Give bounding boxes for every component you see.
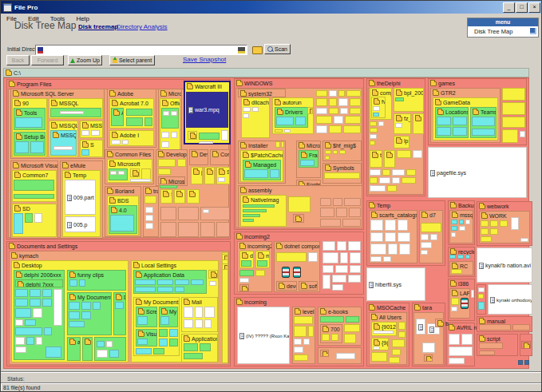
treemap-block[interactable]: [449, 255, 456, 259]
treemap-block[interactable]: [276, 252, 307, 262]
treemap-block[interactable]: [25, 319, 36, 326]
treemap-block[interactable]: [389, 357, 400, 363]
node-lp[interactable]: lp: [394, 136, 409, 148]
treemap-block[interactable]: [276, 117, 294, 125]
treemap-block[interactable]: [243, 219, 254, 222]
treemap-block[interactable]: [346, 90, 361, 97]
treemap-block[interactable]: [69, 321, 85, 327]
scan-button[interactable]: Scan: [264, 44, 291, 54]
node-pc[interactable]: pc: [413, 113, 424, 134]
treemap-block[interactable]: [303, 339, 310, 345]
treemap-block[interactable]: [97, 350, 108, 358]
treemap-block[interactable]: [284, 129, 291, 133]
treemap-block[interactable]: [81, 311, 91, 319]
treemap-block[interactable]: [34, 213, 42, 223]
treemap-block[interactable]: [350, 252, 361, 263]
node-a[interactable]: a: [82, 337, 93, 361]
treemap-block[interactable]: [91, 130, 100, 136]
treemap-block[interactable]: [398, 232, 410, 242]
treemap-block[interactable]: [453, 127, 467, 136]
treemap-block[interactable]: [243, 204, 275, 208]
treemap-block[interactable]: [398, 322, 406, 330]
treemap-block[interactable]: [387, 185, 397, 192]
treemap-block[interactable]: [294, 316, 313, 324]
treemap-block[interactable]: [335, 265, 348, 273]
node-comp[interactable]: Comp: [210, 149, 230, 165]
treemap-block[interactable]: [178, 207, 199, 220]
treemap-block[interactable]: [14, 194, 54, 199]
treemap-block[interactable]: [203, 209, 209, 213]
treemap-block[interactable]: [479, 350, 495, 355]
treemap-block[interactable]: [130, 179, 151, 182]
treemap-block[interactable]: [481, 236, 492, 242]
treemap-block[interactable]: [457, 255, 464, 259]
treemap-block[interactable]: [490, 228, 498, 235]
treemap-block[interactable]: [481, 228, 489, 235]
select-parent-button[interactable]: Select parent: [109, 55, 155, 65]
treemap-block[interactable]: [320, 219, 341, 227]
treemap-block[interactable]: [451, 232, 456, 237]
treemap-block[interactable]: [111, 140, 121, 145]
treemap-block[interactable]: [413, 150, 422, 158]
treemap-block[interactable]: [160, 316, 169, 325]
minimize-button[interactable]: _: [503, 2, 515, 13]
node-p[interactable]: P: [384, 150, 395, 168]
treemap-block[interactable]: [453, 117, 467, 125]
treemap-block[interactable]: [244, 169, 268, 178]
treemap-block[interactable]: [60, 111, 84, 114]
treemap-block[interactable]: [69, 311, 80, 319]
treemap-block[interactable]: [370, 185, 386, 192]
treemap-block[interactable]: [421, 242, 432, 248]
close-button[interactable]: ×: [528, 2, 540, 13]
treemap-block[interactable]: [308, 326, 314, 337]
treemap-block[interactable]: [370, 121, 377, 126]
treemap-block[interactable]: [437, 117, 451, 125]
treemap-block[interactable]: [160, 222, 176, 237]
treemap-block[interactable]: [184, 353, 203, 359]
treemap-block[interactable]: [255, 270, 265, 276]
treemap-block[interactable]: [282, 267, 290, 278]
treemap-block[interactable]: [295, 117, 306, 125]
treemap-block[interactable]: [118, 171, 125, 175]
treemap-block[interactable]: [184, 319, 193, 328]
treemap-block[interactable]: [135, 287, 156, 292]
treemap-block[interactable]: [459, 220, 464, 224]
treemap-block[interactable]: [461, 334, 473, 345]
treemap-block[interactable]: [153, 348, 164, 354]
treemap-block[interactable]: [406, 169, 416, 176]
treemap-block[interactable]: [15, 337, 25, 345]
treemap-block[interactable]: [36, 337, 42, 345]
treemap-block[interactable]: [422, 343, 435, 353]
node-system32[interactable]: system32: [238, 89, 286, 97]
treemap-block[interactable]: [325, 150, 331, 154]
treemap-block[interactable]: [449, 346, 473, 356]
treemap-block[interactable]: [293, 267, 301, 278]
treemap-block[interactable]: [421, 223, 441, 232]
node-kynaki-orthodoxy[interactable]: kynaki orthodoxy: [488, 284, 532, 315]
treemap-block[interactable]: [478, 287, 485, 292]
node-war3-mpq[interactable]: war3.mpq: [186, 92, 228, 128]
treemap-block[interactable]: [177, 159, 186, 167]
treemap-block[interactable]: [316, 125, 327, 133]
treemap-block[interactable]: [479, 324, 511, 331]
treemap-block[interactable]: [110, 215, 134, 232]
treemap-block[interactable]: [472, 129, 495, 136]
treemap-block[interactable]: [334, 116, 343, 124]
treemap-block[interactable]: [397, 150, 411, 158]
treemap-block[interactable]: [461, 298, 469, 309]
treemap-block[interactable]: [350, 108, 361, 114]
treemap-block[interactable]: [26, 337, 34, 345]
treemap-block[interactable]: [160, 207, 176, 220]
treemap-block[interactable]: [451, 220, 457, 224]
treemap-block[interactable]: [145, 215, 153, 221]
treemap-block[interactable]: [281, 141, 284, 148]
treemap-block[interactable]: [348, 275, 361, 283]
treemap-block[interactable]: [451, 269, 462, 274]
treemap-block[interactable]: [382, 169, 390, 176]
treemap-block[interactable]: [465, 255, 470, 259]
treemap-block[interactable]: [42, 299, 52, 307]
treemap-block[interactable]: [322, 334, 330, 341]
treemap-block[interactable]: [324, 172, 360, 179]
node-iv-rxon-kadi[interactable]: (IV) ????? (Rxon Kadi: [237, 307, 290, 364]
treemap-block[interactable]: [333, 198, 342, 206]
